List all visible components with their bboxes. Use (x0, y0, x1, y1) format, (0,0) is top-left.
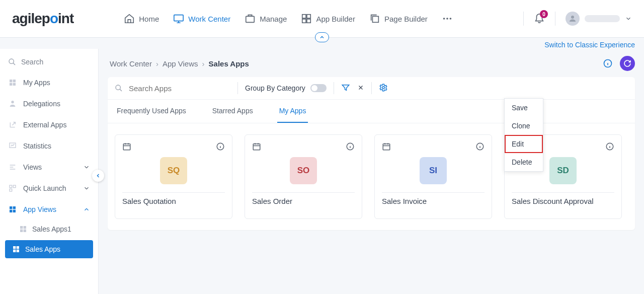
appviews-icon (8, 205, 17, 214)
svg-rect-20 (10, 189, 12, 191)
nav-page-builder[interactable]: Page Builder (369, 13, 428, 24)
grid-icon (12, 245, 20, 253)
sidebar-search[interactable]: Search (0, 55, 98, 72)
grid-icon (301, 13, 312, 24)
sidebar-item-external-apps[interactable]: External Apps (0, 114, 98, 135)
tabs: Frequently Used Apps Starred Apps My App… (108, 100, 635, 123)
nav-app-builder[interactable]: App Builder (301, 13, 355, 24)
breadcrumb-item[interactable]: Work Center (110, 59, 152, 68)
sidebar-section-appviews[interactable]: App Views (0, 199, 98, 220)
info-icon[interactable] (605, 142, 614, 151)
svg-point-35 (382, 86, 385, 89)
sidebar-section-views[interactable]: Views (0, 157, 98, 178)
card-title: Sales Discount Approval (512, 197, 614, 205)
svg-rect-24 (13, 210, 16, 212)
nav-home[interactable]: Home (124, 13, 159, 24)
nav-more[interactable] (442, 13, 453, 24)
copy-icon (369, 13, 380, 24)
group-by-category: Group By Category (245, 84, 327, 92)
gear-icon (379, 83, 388, 92)
svg-rect-32 (17, 250, 19, 252)
svg-rect-12 (10, 80, 12, 82)
tab-starred[interactable]: Starred Apps (210, 100, 255, 123)
svg-rect-38 (253, 144, 260, 150)
sidebar-section-quicklaunch[interactable]: Quick Launch (0, 178, 98, 199)
info-icon[interactable] (475, 142, 485, 151)
top-right: 0 (523, 12, 632, 26)
home-icon (124, 13, 135, 24)
person-icon (8, 99, 17, 108)
info-icon[interactable] (603, 58, 613, 68)
notifications-button[interactable]: 0 (534, 13, 545, 24)
svg-rect-18 (10, 185, 12, 188)
divider (252, 192, 355, 193)
info-icon[interactable] (216, 142, 225, 151)
divider (122, 192, 225, 193)
dd-delete[interactable]: Delete (505, 153, 543, 171)
sidebar-item-delegations[interactable]: Delegations (0, 93, 98, 114)
calendar-icon (382, 142, 391, 151)
svg-rect-23 (10, 210, 12, 212)
breadcrumb-current: Sales Apps (209, 59, 249, 68)
refresh-icon (623, 59, 631, 67)
tab-frequently-used[interactable]: Frequently Used Apps (115, 100, 188, 123)
breadcrumb-item[interactable]: App Views (163, 59, 198, 68)
collapse-topbar-button[interactable] (315, 32, 329, 42)
search-icon (8, 58, 16, 66)
filter-button[interactable] (341, 83, 350, 94)
info-icon[interactable] (346, 142, 355, 151)
toolbar: Group By Category Save Clone Edit (108, 77, 635, 100)
search-input[interactable] (129, 84, 230, 93)
svg-rect-14 (10, 83, 12, 86)
svg-rect-36 (123, 144, 130, 150)
calendar-icon (122, 142, 131, 151)
search-placeholder: Search (21, 58, 43, 66)
sidebar: Search My Apps Delegations External Apps… (0, 49, 99, 294)
card-badge: SD (549, 157, 577, 184)
chevron-down-icon (83, 164, 90, 171)
apps-panel: Group By Category Save Clone Edit (108, 77, 635, 230)
chevron-down-icon (83, 185, 90, 192)
svg-rect-31 (13, 250, 16, 252)
nav-label: Manage (260, 15, 287, 23)
settings-button[interactable] (379, 83, 388, 94)
divider (371, 82, 372, 94)
groupby-toggle[interactable] (310, 84, 327, 92)
filter-icon (341, 83, 350, 92)
close-icon (357, 84, 364, 91)
user-menu[interactable] (566, 12, 632, 26)
divider (523, 12, 524, 26)
cards-grid: SQ Sales Quotation SO Sales Order (108, 123, 635, 230)
dd-clone[interactable]: Clone (505, 117, 543, 135)
dd-save[interactable]: Save (505, 99, 543, 117)
sidebar-item-my-apps[interactable]: My Apps (0, 72, 98, 93)
settings-dropdown: Save Clone Edit Delete (504, 98, 543, 172)
sidebar-item-statistics[interactable]: Statistics (0, 135, 98, 157)
nav-work-center[interactable]: Work Center (173, 13, 230, 24)
app-card[interactable]: SQ Sales Quotation (115, 134, 232, 219)
sidebar-label: Sales Apps (25, 245, 60, 253)
topnav: Home Work Center Manage App Builder Page… (124, 13, 453, 24)
calendar-icon (252, 142, 261, 151)
chevron-down-icon (625, 15, 632, 22)
refresh-button[interactable] (620, 56, 635, 71)
dd-edit[interactable]: Edit (505, 135, 543, 153)
tab-my-apps[interactable]: My Apps (277, 100, 308, 123)
svg-rect-30 (17, 246, 19, 249)
nav-manage[interactable]: Manage (245, 13, 287, 24)
appviews-child-salesapps[interactable]: Sales Apps (5, 240, 93, 258)
app-card[interactable]: SO Sales Order (245, 134, 362, 219)
divider (237, 82, 238, 94)
search-apps[interactable] (115, 84, 230, 93)
sidebar-label: App Views (23, 205, 56, 213)
svg-rect-0 (174, 15, 183, 21)
card-title: Sales Invoice (382, 197, 485, 205)
appviews-child-salesapps1[interactable]: Sales Apps1 (0, 220, 98, 238)
logo: agilepoint (12, 11, 73, 27)
grid-icon (19, 225, 27, 233)
lines-icon (8, 163, 17, 172)
clear-filter-button[interactable] (357, 84, 364, 93)
svg-point-7 (443, 18, 445, 20)
app-card[interactable]: SI Sales Invoice (374, 134, 492, 219)
card-badge: SQ (160, 157, 187, 184)
